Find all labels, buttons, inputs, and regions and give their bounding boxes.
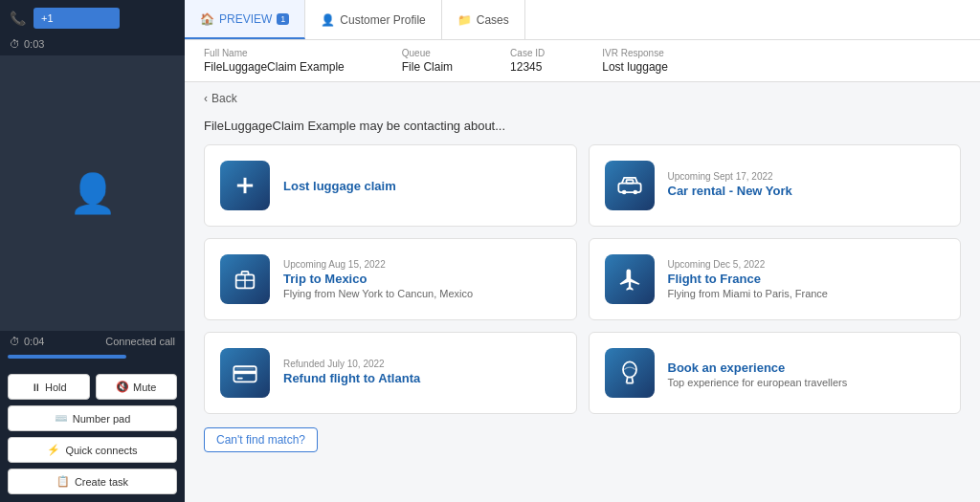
call-timer2: 0:04 — [24, 336, 44, 347]
call-header: 📞 — [0, 0, 185, 36]
tab-preview[interactable]: 🏠 PREVIEW 1 — [185, 0, 305, 39]
card-lost-luggage-content: Lost luggage claim — [283, 177, 396, 195]
progress-bar-wrap — [0, 352, 185, 366]
ivr-response-label: IVR Response — [602, 48, 668, 58]
svg-rect-11 — [237, 378, 243, 380]
balloon-icon — [616, 360, 643, 386]
card-trip-mexico-title: Trip to Mexico — [283, 272, 473, 286]
card-car-rental[interactable]: Upcoming Sept 17, 2022 Car rental - New … — [589, 144, 962, 227]
svg-rect-2 — [618, 184, 640, 192]
call-timer2-wrap: ⏱ 0:04 — [10, 336, 44, 347]
case-id-field: Case ID 12345 — [510, 48, 545, 74]
credit-card-icon — [232, 360, 258, 386]
ivr-response-value: Lost luggage — [602, 60, 668, 74]
card-book-experience-icon-box — [605, 348, 655, 398]
car-icon — [616, 172, 643, 199]
connected-label: Connected call — [105, 336, 175, 347]
mute-icon: 🔇 — [116, 381, 129, 393]
card-book-experience-title: Book an experience — [668, 360, 848, 375]
card-flight-france-icon-box — [605, 254, 655, 304]
mute-button[interactable]: 🔇 Mute — [96, 374, 178, 400]
person-icon: 👤 — [321, 13, 335, 27]
hold-icon: ⏸ — [31, 382, 41, 393]
svg-point-3 — [621, 190, 626, 195]
card-car-rental-icon-box — [605, 161, 655, 210]
card-trip-mexico-content: Upcoming Aug 15, 2022 Trip to Mexico Fly… — [283, 259, 473, 299]
hold-mute-row: ⏸ Hold 🔇 Mute — [8, 374, 177, 400]
back-button[interactable]: ‹ Back — [185, 82, 980, 115]
full-name-label: Full Name — [204, 48, 345, 58]
card-flight-france[interactable]: Upcoming Dec 5, 2022 Flight to France Fl… — [589, 238, 962, 320]
card-book-experience-subtitle: Top experience for european travellers — [668, 377, 848, 388]
tab-preview-label: PREVIEW — [219, 12, 272, 26]
plus-icon — [232, 172, 258, 199]
preview-badge: 1 — [277, 13, 289, 25]
clock-icon2: ⏱ — [10, 336, 20, 347]
cards-grid: Lost luggage claim Upcoming Sept 17, 202… — [185, 144, 980, 414]
hold-button[interactable]: ⏸ Hold — [8, 374, 90, 400]
svg-point-4 — [633, 190, 637, 195]
clock-icon: ⏱ — [10, 38, 20, 50]
scroll-content: ‹ Back FileLuggageClaim Example may be c… — [185, 82, 980, 502]
call-number-input[interactable] — [33, 8, 120, 29]
quick-connects-button[interactable]: ⚡ Quick connects — [8, 437, 177, 463]
card-refund-atlanta-icon-box — [220, 348, 270, 398]
card-trip-mexico[interactable]: Upcoming Aug 15, 2022 Trip to Mexico Fly… — [204, 238, 577, 320]
ivr-response-field: IVR Response Lost luggage — [602, 48, 668, 74]
number-pad-button[interactable]: ⌨️ Number pad — [8, 405, 177, 431]
card-trip-mexico-icon-box — [220, 254, 270, 304]
card-lost-luggage-title: Lost luggage claim — [283, 179, 396, 193]
card-car-rental-content: Upcoming Sept 17, 2022 Car rental - New … — [668, 171, 792, 200]
folder-icon: 📁 — [457, 13, 472, 27]
cant-find-match-button[interactable]: Can't find match? — [204, 427, 318, 452]
svg-rect-12 — [236, 366, 255, 370]
full-name-value: FileLuggageClaim Example — [204, 60, 345, 74]
numpad-icon: ⌨️ — [55, 412, 68, 425]
home-icon: 🏠 — [200, 12, 214, 26]
back-label: Back — [212, 92, 237, 105]
right-panel: 🏠 PREVIEW 1 👤 Customer Profile 📁 Cases F… — [185, 0, 980, 502]
card-refund-atlanta-title: Refund flight to Atlanta — [283, 371, 420, 385]
card-trip-mexico-subtitle: Flying from New York to Cancun, Mexico — [283, 288, 473, 299]
card-book-experience[interactable]: Book an experience Top experience for eu… — [589, 332, 962, 414]
queue-value: File Claim — [402, 60, 453, 74]
video-placeholder-icon: 👤 — [69, 171, 117, 216]
queue-label: Queue — [402, 48, 453, 58]
card-refund-atlanta-content: Refunded July 10, 2022 Refund flight to … — [283, 359, 420, 387]
call-status-bar: ⏱ 0:04 Connected call — [0, 331, 185, 352]
tab-customer-label: Customer Profile — [340, 13, 425, 27]
plane-icon — [616, 266, 643, 293]
phone-icon: 📞 — [10, 11, 26, 26]
card-flight-france-date: Upcoming Dec 5, 2022 — [668, 259, 828, 270]
progress-bar — [8, 355, 126, 359]
lightning-icon: ⚡ — [47, 444, 60, 456]
tabs-bar: 🏠 PREVIEW 1 👤 Customer Profile 📁 Cases — [185, 0, 980, 40]
full-name-field: Full Name FileLuggageClaim Example — [204, 48, 345, 74]
queue-field: Queue File Claim — [402, 48, 453, 74]
create-task-button[interactable]: 📋 Create task — [8, 469, 177, 494]
cant-find-row: Can't find match? — [185, 414, 980, 452]
svg-rect-5 — [626, 180, 633, 184]
suitcase-icon — [232, 266, 258, 293]
card-refund-atlanta[interactable]: Refunded July 10, 2022 Refund flight to … — [204, 332, 577, 414]
tab-customer-profile[interactable]: 👤 Customer Profile — [305, 0, 441, 39]
card-flight-france-title: Flight to France — [668, 272, 828, 286]
customer-info-bar: Full Name FileLuggageClaim Example Queue… — [185, 40, 980, 82]
tab-cases-label: Cases — [477, 13, 509, 27]
card-book-experience-content: Book an experience Top experience for eu… — [668, 359, 848, 388]
svg-rect-10 — [234, 371, 256, 375]
card-flight-france-subtitle: Flying from Miami to Paris, France — [668, 288, 828, 299]
task-icon: 📋 — [56, 475, 70, 488]
case-id-label: Case ID — [510, 48, 545, 58]
card-trip-mexico-date: Upcoming Aug 15, 2022 — [283, 259, 473, 270]
card-refund-atlanta-date: Refunded July 10, 2022 — [283, 359, 420, 369]
call-timer-row: ⏱ 0:03 — [0, 36, 185, 55]
video-area: 👤 — [0, 55, 185, 331]
action-buttons: ⏸ Hold 🔇 Mute ⌨️ Number pad ⚡ Quick conn… — [0, 366, 185, 502]
context-heading: FileLuggageClaim Example may be contacti… — [185, 115, 980, 144]
call-timer1: 0:03 — [24, 38, 44, 50]
card-flight-france-content: Upcoming Dec 5, 2022 Flight to France Fl… — [668, 259, 828, 299]
left-panel: 📞 ⏱ 0:03 👤 ⏱ 0:04 Connected call ⏸ Hold … — [0, 0, 185, 502]
tab-cases[interactable]: 📁 Cases — [442, 0, 525, 39]
card-lost-luggage[interactable]: Lost luggage claim — [204, 144, 577, 227]
